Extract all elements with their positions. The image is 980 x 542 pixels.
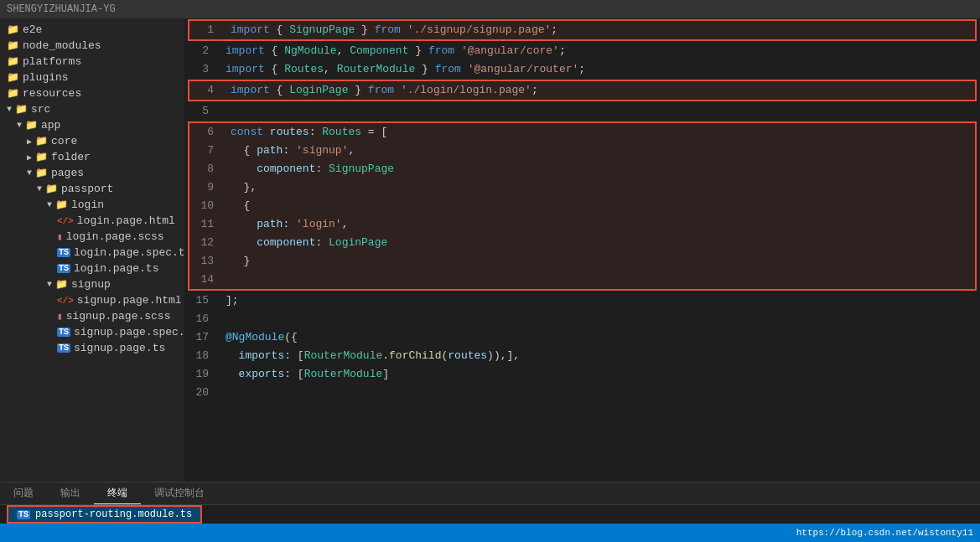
line-content: path: 'login', xyxy=(227,215,975,234)
line-number: 15 xyxy=(184,292,222,310)
ts-icon: TS xyxy=(17,510,30,519)
sidebar-label: signup.page.scss xyxy=(66,310,171,323)
ts-icon: TS xyxy=(57,248,70,257)
line-content xyxy=(222,384,980,402)
sidebar-item-signup.page.html[interactable]: </>signup.page.html xyxy=(0,292,184,308)
sidebar-label: signup xyxy=(71,278,111,291)
sidebar-label: e2e xyxy=(23,23,42,36)
sidebar-item-e2e[interactable]: 📁e2e xyxy=(0,22,184,38)
ts-icon: TS xyxy=(57,343,70,353)
scss-icon: ▮ xyxy=(57,231,63,242)
line-content: component: LoginPage xyxy=(227,234,975,252)
sidebar-item-login.page.ts[interactable]: TSlogin.page.ts xyxy=(0,261,184,276)
code-line: 3import { Routes, RouterModule } from '@… xyxy=(184,60,980,79)
sidebar-label: app xyxy=(41,119,60,132)
line-number: 13 xyxy=(189,252,227,271)
sidebar-label: login.page.spec.ts xyxy=(74,246,184,259)
line-number: 2 xyxy=(184,42,222,60)
sidebar-item-login[interactable]: ▼📁login xyxy=(0,197,184,213)
active-file-tab[interactable]: TS passport-routing.module.ts xyxy=(7,505,202,524)
arrow-icon: ▼ xyxy=(37,184,42,194)
line-number: 7 xyxy=(189,142,227,160)
sidebar: 📁e2e📁node_modules📁platforms📁plugins📁reso… xyxy=(0,18,184,482)
sidebar-item-folder[interactable]: ▶📁folder xyxy=(0,149,184,165)
arrow-icon: ▼ xyxy=(47,280,52,289)
panel-tabs: 问题输出终端调试控制台 xyxy=(0,483,980,505)
code-line: 9 }, xyxy=(189,178,975,197)
code-line: 15]; xyxy=(184,292,980,310)
line-content: } xyxy=(227,252,975,271)
code-line: 17@NgModule({ xyxy=(184,328,980,347)
line-content: import { SignupPage } from './signup/sig… xyxy=(227,21,975,39)
code-line: 10 { xyxy=(189,197,975,215)
line-number: 19 xyxy=(184,365,222,384)
line-number: 11 xyxy=(189,215,227,234)
arrow-icon: ▶ xyxy=(27,152,32,163)
sidebar-item-platforms[interactable]: 📁platforms xyxy=(0,54,184,70)
line-content xyxy=(222,310,980,328)
ts-icon: TS xyxy=(57,264,70,273)
line-number: 20 xyxy=(184,384,222,402)
code-line: 7 { path: 'signup', xyxy=(189,142,975,160)
sidebar-item-pages[interactable]: ▼📁pages xyxy=(0,165,184,181)
sidebar-item-signup[interactable]: ▼📁signup xyxy=(0,276,184,292)
panel-content: TS passport-routing.module.ts xyxy=(0,505,980,524)
sidebar-item-src[interactable]: ▼📁src xyxy=(0,101,184,117)
line-content: imports: [RouterModule.forChild(routes))… xyxy=(222,347,980,365)
sidebar-label: signup.page.html xyxy=(77,294,182,307)
sidebar-item-signup.page.spec.ts[interactable]: TSsignup.page.spec.ts xyxy=(0,324,184,340)
line-number: 10 xyxy=(189,197,227,215)
panel-tab-problems[interactable]: 问题 xyxy=(0,483,47,504)
line-number: 3 xyxy=(184,60,222,79)
panel-tab-terminal[interactable]: 终端 xyxy=(94,483,141,504)
sidebar-label: plugins xyxy=(23,71,69,84)
folder-icon: 📁 xyxy=(7,71,19,84)
sidebar-item-login.page.spec.ts[interactable]: TSlogin.page.spec.ts xyxy=(0,245,184,261)
project-name: SHENGYIZHUANJIA-YG xyxy=(7,3,116,15)
sidebar-label: src xyxy=(31,103,50,116)
line-content: ]; xyxy=(222,292,980,310)
line-content: { path: 'signup', xyxy=(227,142,975,160)
code-area[interactable]: 1import { SignupPage } from './signup/si… xyxy=(184,18,980,482)
line-number: 17 xyxy=(184,328,222,347)
arrow-icon: ▼ xyxy=(7,105,12,114)
sidebar-item-app[interactable]: ▼📁app xyxy=(0,117,184,133)
sidebar-item-node_modules[interactable]: 📁node_modules xyxy=(0,38,184,54)
sidebar-item-login.page.scss[interactable]: ▮login.page.scss xyxy=(0,229,184,245)
folder-icon: 📁 xyxy=(7,23,19,36)
line-content: import { Routes, RouterModule } from '@a… xyxy=(222,60,980,79)
import-highlight-box: 4import { LoginPage } from './login/logi… xyxy=(188,80,977,101)
line-number: 4 xyxy=(189,81,227,100)
status-bar: https://blog.csdn.net/wistonty11 xyxy=(0,524,980,542)
editor: 1import { SignupPage } from './signup/si… xyxy=(184,18,980,482)
sidebar-item-signup.page.scss[interactable]: ▮signup.page.scss xyxy=(0,308,184,324)
sidebar-label: folder xyxy=(51,151,91,163)
scss-icon: ▮ xyxy=(57,311,63,322)
code-line: 5 xyxy=(184,102,980,121)
title-bar: SHENGYIZHUANJIA-YG xyxy=(0,0,980,18)
line-content: exports: [RouterModule] xyxy=(222,365,980,384)
sidebar-item-plugins[interactable]: 📁plugins xyxy=(0,70,184,85)
sidebar-item-core[interactable]: ▶📁core xyxy=(0,133,184,149)
sidebar-item-signup.page.ts[interactable]: TSsignup.page.ts xyxy=(0,340,184,356)
code-line: 14 xyxy=(189,271,975,289)
line-number: 5 xyxy=(184,102,222,121)
code-line: 16 xyxy=(184,310,980,328)
panel-tab-debugConsole[interactable]: 调试控制台 xyxy=(141,483,218,504)
sidebar-item-login.page.html[interactable]: </>login.page.html xyxy=(0,213,184,229)
line-number: 6 xyxy=(189,123,227,142)
sidebar-item-passport[interactable]: ▼📁passport xyxy=(0,181,184,197)
code-line: 8 component: SignupPage xyxy=(189,160,975,178)
folder-icon: 📁 xyxy=(35,135,48,147)
code-line: 18 imports: [RouterModule.forChild(route… xyxy=(184,347,980,365)
code-line: 11 path: 'login', xyxy=(189,215,975,234)
html-icon: </> xyxy=(57,216,74,226)
line-number: 18 xyxy=(184,347,222,365)
folder-icon: 📁 xyxy=(7,55,19,68)
ts-icon: TS xyxy=(57,328,70,337)
folder-icon: 📁 xyxy=(55,199,68,211)
folder-icon: 📁 xyxy=(7,87,19,100)
panel-tab-output[interactable]: 输出 xyxy=(47,483,94,504)
sidebar-label: login.page.scss xyxy=(66,230,164,243)
sidebar-item-resources[interactable]: 📁resources xyxy=(0,85,184,101)
